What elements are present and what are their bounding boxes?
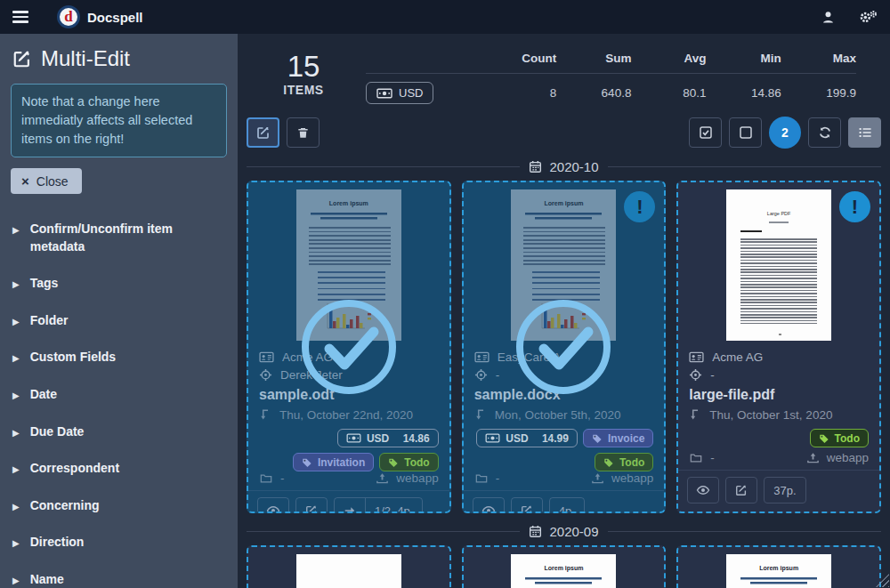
sidebar-section-confirm-unconfirm-item-metadata[interactable]: ▶Confirm/Unconfirm item metadata [11, 213, 227, 262]
sidebar-section-direction[interactable]: ▶Direction [11, 527, 227, 559]
tag-badge[interactable]: Todo [595, 453, 653, 471]
concerning-person-line: - [689, 366, 869, 383]
item-title[interactable]: sample.odt [259, 383, 439, 406]
item-title[interactable]: sample.docx [474, 383, 654, 406]
attachment-nav-group: 1/2, 4p. [334, 497, 423, 513]
reload-button[interactable] [808, 117, 841, 148]
stats-table: CountSumAvgMinMax USD 8640.880.114.86199… [366, 44, 881, 104]
item-cards-grid: Lorem ipsum Acme AG Derek Jeter sample.o… [247, 181, 881, 513]
document-thumbnail[interactable]: Lorem ipsum [511, 554, 616, 588]
item-cards-grid: Keywords in PDFLorem ipsumLorem ipsum [247, 545, 881, 588]
folder-source-row: - webapp [464, 471, 665, 490]
tag-icon [388, 457, 399, 468]
edit-item-button[interactable] [725, 477, 757, 503]
select-all-button[interactable] [689, 117, 722, 148]
tag-badge[interactable]: Invoice [583, 429, 653, 447]
amount-badge: USD 14.86 [337, 429, 439, 447]
edit-icon [12, 49, 32, 68]
sidebar-section-label: Custom Fields [30, 349, 116, 366]
preview-eye-button[interactable] [473, 497, 505, 513]
chevron-right-icon: ▶ [12, 221, 20, 255]
deselect-all-button[interactable] [729, 117, 762, 148]
document-thumbnail[interactable]: Lorem ipsum [726, 554, 831, 588]
arrow-level-down-icon [474, 408, 487, 421]
arrow-level-down-icon [689, 408, 701, 421]
sidebar-section-label: Folder [30, 312, 69, 330]
user-icon[interactable] [821, 10, 836, 25]
document-thumbnail[interactable]: Lorem ipsum [511, 189, 616, 341]
document-thumbnail[interactable]: Large PDF [726, 189, 831, 341]
chevron-right-icon: ▶ [12, 534, 20, 552]
selection-tint [296, 189, 401, 341]
folder-icon [474, 472, 489, 485]
correspondent-org-line: Acme AG [689, 348, 869, 366]
stats-value-sum: 640.8 [556, 86, 631, 100]
upload-icon [806, 451, 820, 464]
chevron-right-icon: ▶ [12, 423, 20, 441]
chevron-right-icon: ▶ [12, 571, 20, 588]
sidebar-section-due-date[interactable]: ▶Due Date [11, 416, 227, 448]
list-view-button[interactable] [848, 117, 881, 148]
source-name: webapp [827, 451, 869, 464]
close-button[interactable]: × Close [11, 168, 82, 194]
sidebar-section-concerning[interactable]: ▶Concerning [11, 490, 227, 522]
preview-eye-button[interactable] [687, 477, 719, 503]
stats-header-min: Min [707, 52, 781, 65]
tag-badge[interactable]: Todo [810, 429, 869, 447]
concerning-person: Derek Jeter [280, 368, 343, 382]
multi-edit-toggle-button[interactable] [247, 117, 279, 148]
delete-button[interactable] [287, 117, 320, 148]
chevron-right-icon: ▶ [12, 349, 20, 366]
sidebar-section-folder[interactable]: ▶Folder [11, 305, 227, 337]
sidebar-title: Multi-Edit [12, 46, 227, 71]
next-attachment-button[interactable] [335, 498, 365, 513]
brand[interactable]: d Docspell [57, 5, 143, 28]
sidebar-section-name[interactable]: ▶Name [11, 564, 227, 588]
item-date-line: Mon, October 5th, 2020 [474, 406, 654, 423]
item-date: Thu, October 22nd, 2020 [279, 408, 413, 422]
tag-badge[interactable]: Invitation [293, 453, 374, 471]
edit-item-button[interactable] [295, 497, 328, 513]
upload-icon [376, 471, 389, 485]
thumbnail-title: Lorem ipsum [511, 565, 616, 571]
item-meta: EasyCare AG - sample.docx Mon, October 5… [464, 346, 665, 423]
items-toolbar: 2 [247, 117, 881, 149]
tag-icon [302, 457, 312, 468]
sidebar-section-label: Concerning [30, 497, 100, 515]
stats-header-avg: Avg [631, 52, 706, 65]
sidebar-section-tags[interactable]: ▶Tags [11, 268, 227, 300]
item-card[interactable]: Lorem ipsum ! EasyCare AG - sample.docx … [462, 181, 667, 513]
item-card[interactable]: Lorem ipsum Acme AG Derek Jeter sample.o… [247, 181, 451, 513]
item-card[interactable]: Keywords in PDF [247, 545, 451, 588]
sidebar-section-date[interactable]: ▶Date [11, 379, 227, 411]
tag-icon [819, 433, 829, 444]
folder-name: - [710, 451, 715, 464]
sidebar-section-correspondent[interactable]: ▶Correspondent [11, 453, 227, 485]
calendar-icon [529, 525, 542, 538]
arrow-level-down-icon [259, 408, 271, 421]
chevron-right-icon: ▶ [12, 312, 20, 330]
item-card-footer: 4p. [464, 490, 665, 513]
item-card[interactable]: Lorem ipsum [676, 545, 881, 588]
tag-badge[interactable]: Todo [379, 453, 438, 471]
item-card[interactable]: Large PDF! Acme AG - large-file.pdf Thu,… [676, 181, 881, 513]
settings-gears-icon[interactable] [859, 10, 878, 25]
document-thumbnail[interactable]: Keywords in PDF [296, 554, 401, 588]
item-card[interactable]: Lorem ipsum [462, 545, 667, 588]
address-card-icon [474, 351, 490, 363]
document-thumbnail[interactable]: Lorem ipsum [296, 189, 401, 341]
preview-eye-button[interactable] [257, 497, 289, 513]
folder-icon [259, 472, 273, 485]
address-card-icon [259, 351, 274, 363]
edit-item-button[interactable] [511, 497, 543, 513]
stats-value-min: 14.86 [707, 86, 781, 100]
item-card-footer: 1/2, 4p. [248, 490, 449, 513]
stats-header-max: Max [781, 52, 856, 65]
sidebar-section-custom-fields[interactable]: ▶Custom Fields [11, 342, 227, 374]
source-name: webapp [396, 471, 438, 485]
menu-icon[interactable] [12, 11, 28, 23]
thumbnail-title: Large PDF [726, 211, 831, 216]
item-title[interactable]: large-file.pdf [689, 383, 869, 406]
sidebar-section-label: Date [30, 386, 57, 404]
thumbnail-area: Lorem ipsum [248, 182, 449, 346]
